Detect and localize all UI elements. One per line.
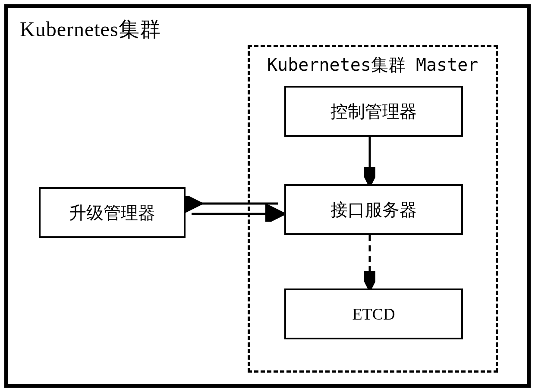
cluster-title: Kubernetes集群 (20, 16, 161, 43)
etcd-box: ETCD (284, 289, 463, 339)
arrow-controller-to-interface (364, 137, 375, 184)
kubernetes-cluster-container: Kubernetes集群 升级管理器 Kubernetes集群 Master 控… (4, 4, 531, 388)
upgrade-manager-label: 升级管理器 (69, 201, 155, 225)
interface-server-box: 接口服务器 (284, 184, 463, 235)
controller-manager-label: 控制管理器 (330, 100, 417, 123)
interface-server-label: 接口服务器 (330, 198, 417, 222)
etcd-label: ETCD (352, 304, 395, 323)
kubernetes-master-box: Kubernetes集群 Master 控制管理器 接口服务器 ETCD (248, 45, 498, 373)
controller-manager-box: 控制管理器 (284, 86, 463, 137)
master-title: Kubernetes集群 Master (267, 53, 478, 77)
arrow-interface-to-etcd (364, 235, 375, 289)
upgrade-manager-box: 升级管理器 (39, 187, 186, 238)
